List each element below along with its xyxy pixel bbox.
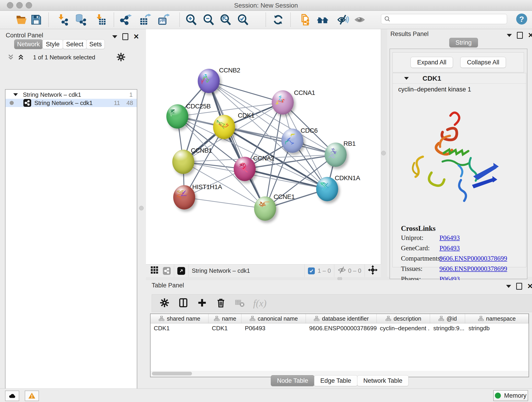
network-node-ccne1[interactable] xyxy=(254,196,276,221)
collapse-triangle-icon[interactable] xyxy=(404,77,409,80)
network-node-hist1h1a[interactable] xyxy=(173,185,195,210)
table-cell[interactable]: 9606.ENSP00000378699 xyxy=(306,325,377,332)
table-cell[interactable]: stringdb:9... xyxy=(430,325,465,332)
zoom-fit-content-icon[interactable] xyxy=(219,13,232,26)
show-all-icon[interactable] xyxy=(353,13,366,26)
tab-sets[interactable]: Sets xyxy=(86,39,105,49)
crosslink-link[interactable]: P06493 xyxy=(439,244,460,252)
panel-menu-icon[interactable] xyxy=(507,34,512,37)
import-table-icon[interactable] xyxy=(94,13,107,26)
network-node-cdc25b[interactable] xyxy=(166,104,188,128)
close-panel-icon[interactable]: ✕ xyxy=(527,283,532,290)
selected-checkbox-icon[interactable] xyxy=(308,268,315,274)
network-node-ccna2[interactable] xyxy=(234,157,256,181)
table-cell[interactable]: stringdb xyxy=(465,325,529,332)
cloud-status-button[interactable] xyxy=(5,390,19,401)
tab-string[interactable]: String xyxy=(449,38,478,47)
collapse-all-button[interactable]: Collapse All xyxy=(460,57,506,68)
import-network-from-database-icon[interactable] xyxy=(74,13,87,26)
column-header-namespace[interactable]: namespace xyxy=(465,314,529,323)
hide-selection-icon[interactable] xyxy=(336,13,350,26)
crosslink-row: GeneCard:P06493 xyxy=(401,243,520,253)
close-panel-icon[interactable]: ✕ xyxy=(528,32,532,39)
column-header-database-identifier[interactable]: database identifier xyxy=(306,314,377,323)
gene-section-header[interactable]: CDK1 xyxy=(393,73,526,84)
column-header-name[interactable]: name xyxy=(209,314,241,323)
birds-eye-view-icon[interactable] xyxy=(368,265,378,276)
column-header-label: canonical name xyxy=(258,315,298,322)
delete-column-trash-icon[interactable] xyxy=(215,298,226,309)
grid-view-icon[interactable] xyxy=(150,266,159,276)
scrollbar-thumb[interactable] xyxy=(152,372,192,375)
network-edge[interactable] xyxy=(184,197,265,209)
panel-menu-icon[interactable] xyxy=(506,285,511,288)
table-options-gear-icon[interactable] xyxy=(159,298,170,309)
export-table-icon[interactable] xyxy=(139,13,152,26)
detach-view-icon[interactable] xyxy=(177,267,185,275)
crosslink-link[interactable]: P06493 xyxy=(439,234,460,242)
first-neighbors-icon[interactable] xyxy=(316,13,329,26)
export-image-icon[interactable] xyxy=(157,13,170,26)
crosslink-link[interactable]: 9606.ENSP00000378699 xyxy=(439,265,507,273)
network-collection-row[interactable]: String Network – cdk1 1 xyxy=(6,90,137,99)
show-columns-icon[interactable] xyxy=(178,298,189,309)
tab-network-table[interactable]: Network Table xyxy=(357,375,409,386)
close-panel-icon[interactable]: ✕ xyxy=(133,33,139,40)
column-header-description[interactable]: description xyxy=(377,314,430,323)
network-node-ccnb2[interactable] xyxy=(198,69,220,93)
memory-button[interactable]: Memory xyxy=(493,390,528,401)
status-bar: Memory xyxy=(0,389,532,402)
column-header-canonical-name[interactable]: canonical name xyxy=(241,314,306,323)
network-view-type-icon[interactable] xyxy=(163,267,171,275)
import-network-from-file-icon[interactable] xyxy=(56,13,69,26)
create-column-icon[interactable] xyxy=(197,298,207,309)
column-header-shared-name[interactable]: shared name xyxy=(151,314,209,323)
network-options-gear-icon[interactable] xyxy=(116,52,126,63)
table-row[interactable]: CDK1CDK1P064939606.ENSP00000378699cyclin… xyxy=(151,323,529,333)
float-panel-icon[interactable] xyxy=(517,32,523,39)
refresh-icon[interactable] xyxy=(272,13,285,26)
help-icon[interactable]: ? xyxy=(516,13,527,25)
crosslink-link[interactable]: 9606.ENSP00000378699 xyxy=(439,255,507,262)
network-node-cdk1[interactable] xyxy=(213,115,235,139)
column-header-label: namespace xyxy=(486,315,516,322)
column-header-@id[interactable]: @id xyxy=(430,314,465,323)
zoom-selected-icon[interactable] xyxy=(236,13,249,26)
tab-edge-table[interactable]: Edge Table xyxy=(314,375,357,386)
save-session-icon[interactable] xyxy=(30,13,43,26)
network-node-ccna1[interactable] xyxy=(272,90,294,115)
tab-network[interactable]: Network xyxy=(14,39,43,49)
collapse-triangle-icon[interactable] xyxy=(13,93,18,96)
new-network-from-selection-icon[interactable] xyxy=(298,13,312,26)
search-input[interactable] xyxy=(391,15,502,23)
float-panel-icon[interactable] xyxy=(516,283,522,290)
warnings-button[interactable] xyxy=(25,390,39,401)
node-count: 11 xyxy=(114,99,120,107)
network-canvas[interactable]: CCNB2CCNA1CDC25BCDK1CDC6RB1CCNB1CCNA2CDK… xyxy=(146,29,381,264)
vertical-splitter-handle[interactable] xyxy=(381,151,386,155)
float-panel-icon[interactable] xyxy=(122,33,128,40)
tab-style[interactable]: Style xyxy=(42,39,63,49)
table-cell[interactable]: cyclin–dependent ... xyxy=(377,325,430,332)
panel-menu-icon[interactable] xyxy=(112,35,117,38)
expand-all-button[interactable]: Expand All xyxy=(411,57,453,68)
gene-name: CDK1 xyxy=(423,75,441,82)
table-cell[interactable]: CDK1 xyxy=(209,325,241,332)
control-panel: Control Panel ✕ NetworkStyleSelectSets 1… xyxy=(0,29,146,389)
tab-node-table[interactable]: Node Table xyxy=(271,375,314,386)
node-label: CDK1 xyxy=(238,112,254,119)
network-node-cdc6[interactable] xyxy=(281,128,303,153)
network-row-selected[interactable]: String Network – cdk1 11 48 xyxy=(6,99,137,107)
vertical-splitter-handle[interactable] xyxy=(139,206,144,211)
collection-name: String Network – cdk1 xyxy=(23,91,81,98)
table-header-row: shared namenamecanonical namedatabase id… xyxy=(151,314,529,323)
export-network-icon[interactable] xyxy=(119,13,133,26)
zoom-in-icon[interactable] xyxy=(184,13,198,26)
network-edge[interactable] xyxy=(209,81,283,102)
open-file-icon[interactable] xyxy=(15,13,28,26)
zoom-out-icon[interactable] xyxy=(202,13,215,26)
network-selection-status: 1 of 1 Network selected xyxy=(0,54,128,61)
tab-select[interactable]: Select xyxy=(63,39,87,49)
table-cell[interactable]: CDK1 xyxy=(151,325,209,332)
table-cell[interactable]: P06493 xyxy=(242,325,306,332)
